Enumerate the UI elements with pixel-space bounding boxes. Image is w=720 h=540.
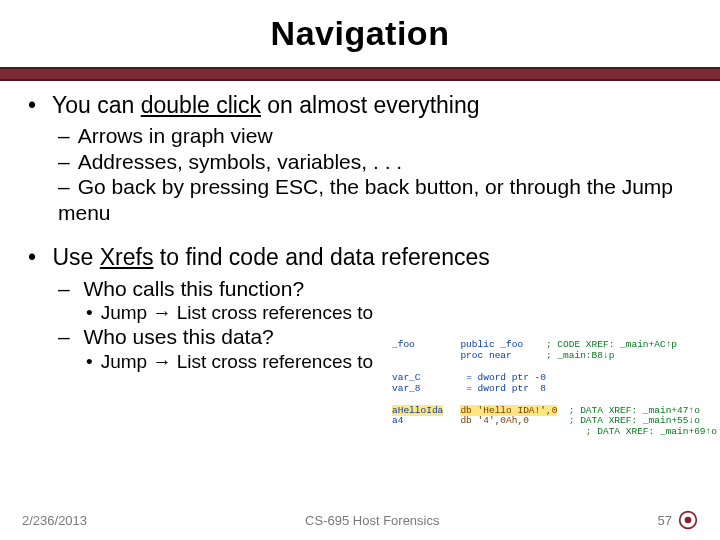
bullet-2: Use Xrefs to find code and data referenc… xyxy=(28,243,692,373)
university-seal-icon xyxy=(678,510,698,530)
bullet-2-sub-1-jump: Jump → List cross references to xyxy=(86,301,692,324)
footer-page: 57 xyxy=(658,510,698,530)
footer-date: 2/236/2013 xyxy=(22,513,87,528)
bullet-2-sub-1: Who calls this function? Jump → List cro… xyxy=(58,276,692,325)
bullet-2-sub-2-jump: Jump → List cross references to xyxy=(86,350,692,373)
footer-course: CS-695 Host Forensics xyxy=(305,513,439,528)
slide: Navigation You can double click on almos… xyxy=(0,0,720,540)
bullet-1-sub-1: Arrows in graph view xyxy=(58,123,692,149)
slide-title: Navigation xyxy=(0,0,720,53)
bullet-2-sub-2: Who uses this data? Jump → List cross re… xyxy=(58,324,692,373)
bullet-1-sub-2: Addresses, symbols, variables, . . . xyxy=(58,149,692,175)
bullet-1: You can double click on almost everythin… xyxy=(28,91,692,225)
bullet-1-sub-3: Go back by pressing ESC, the back button… xyxy=(58,174,692,225)
footer: 2/236/2013 CS-695 Host Forensics 57 xyxy=(0,510,720,530)
content: You can double click on almost everythin… xyxy=(0,81,720,373)
svg-point-1 xyxy=(685,517,692,524)
divider xyxy=(0,67,720,81)
